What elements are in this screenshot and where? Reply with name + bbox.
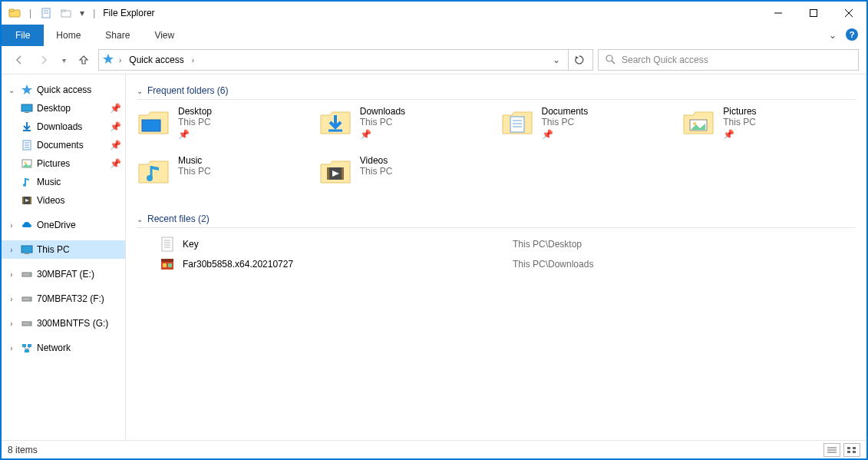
collapse-icon[interactable]: ⌄: [137, 215, 143, 223]
folder-location: This PC: [178, 117, 212, 127]
search-box[interactable]: [598, 49, 859, 71]
file-name: Key: [183, 239, 505, 250]
folder-location: This PC: [360, 117, 405, 127]
folder-item-desktop[interactable]: Desktop This PC 📌: [137, 106, 311, 147]
folder-item-pictures[interactable]: Pictures This PC 📌: [682, 106, 856, 147]
tree-label: 300MBNTFS (G:): [37, 318, 120, 329]
svg-rect-39: [28, 344, 31, 347]
separator: |: [29, 8, 31, 18]
folder-location: This PC: [178, 166, 211, 177]
status-bar: 8 items: [2, 440, 866, 458]
archive-file-icon: [160, 256, 175, 272]
address-dropdown-icon[interactable]: ⌄: [548, 55, 565, 65]
recent-dropdown-icon[interactable]: ▾: [58, 50, 69, 70]
tree-this-pc[interactable]: › This PC: [2, 240, 125, 259]
svg-rect-62: [161, 259, 173, 262]
folder-item-documents[interactable]: Documents This PC 📌: [500, 106, 675, 147]
tree-item-documents[interactable]: Documents 📌: [2, 136, 125, 154]
svg-point-35: [29, 299, 31, 300]
navigation-tree[interactable]: ⌄ Quick access Desktop 📌 Downloads 📌 Doc…: [2, 74, 126, 440]
svg-point-13: [606, 55, 612, 61]
expand-icon[interactable]: ›: [6, 221, 17, 230]
folder-pictures-icon: [682, 106, 715, 140]
view-large-icons-button[interactable]: [843, 443, 860, 457]
expand-icon[interactable]: ›: [6, 246, 17, 254]
ribbon: File Home Share View ⌄ ?: [2, 25, 866, 46]
folder-item-videos[interactable]: Videos This PC: [318, 155, 493, 197]
frequent-folders-header[interactable]: ⌄ Frequent folders (6): [137, 82, 856, 100]
tree-network[interactable]: › Network: [2, 339, 125, 357]
search-icon: [605, 54, 616, 67]
tree-item-downloads[interactable]: Downloads 📌: [2, 117, 125, 136]
maximize-button[interactable]: [796, 2, 831, 25]
titlebar: | ▾ | File Explorer: [2, 2, 866, 25]
folder-videos-icon: [318, 155, 352, 189]
desktop-icon: [20, 101, 34, 115]
file-name: Far30b5858.x64.20210727: [183, 259, 505, 270]
svg-point-25: [23, 184, 26, 187]
view-details-button[interactable]: [823, 443, 840, 457]
tree-item-desktop[interactable]: Desktop 📌: [2, 99, 125, 117]
tab-view[interactable]: View: [142, 25, 186, 46]
tree-item-videos[interactable]: Videos: [2, 191, 125, 210]
file-path: This PC\Desktop: [513, 239, 582, 250]
expand-icon[interactable]: ›: [6, 344, 17, 352]
pin-icon: 📌: [110, 121, 120, 132]
tree-onedrive[interactable]: › OneDrive: [2, 216, 125, 234]
tree-drive[interactable]: › 300MBNTFS (G:): [2, 314, 125, 333]
collapse-icon[interactable]: ⌄: [6, 86, 17, 94]
address-bar[interactable]: › Quick access › ⌄: [98, 49, 593, 71]
close-button[interactable]: [831, 2, 866, 25]
collapse-icon[interactable]: ⌄: [137, 87, 143, 95]
svg-rect-70: [847, 451, 850, 453]
svg-rect-69: [853, 447, 856, 449]
separator: |: [93, 8, 95, 18]
tree-drive[interactable]: › 70MBFAT32 (F:): [2, 290, 125, 308]
svg-rect-28: [30, 197, 31, 204]
expand-icon[interactable]: ›: [6, 319, 17, 328]
tree-quick-access[interactable]: ⌄ Quick access: [2, 81, 125, 99]
recent-file-item[interactable]: Far30b5858.x64.20210727 This PC\Download…: [137, 254, 856, 274]
tree-item-pictures[interactable]: Pictures 📌: [2, 154, 125, 173]
back-button[interactable]: [9, 50, 29, 70]
search-input[interactable]: [622, 55, 852, 65]
content-pane[interactable]: ⌄ Frequent folders (6) Desktop This PC 📌: [126, 74, 866, 440]
folder-item-music[interactable]: Music This PC: [137, 155, 311, 197]
chevron-right-icon[interactable]: ›: [117, 56, 123, 65]
folder-name: Documents: [542, 106, 589, 117]
quick-access-star-icon: [20, 83, 34, 97]
tab-home[interactable]: Home: [44, 25, 93, 46]
tab-share[interactable]: Share: [93, 25, 142, 46]
tree-item-music[interactable]: Music: [2, 173, 125, 191]
expand-icon[interactable]: ›: [6, 270, 17, 279]
expand-icon[interactable]: ›: [6, 295, 17, 303]
tree-drive[interactable]: › 30MBFAT (E:): [2, 265, 125, 283]
folder-name: Videos: [360, 155, 393, 166]
window-title: File Explorer: [103, 8, 154, 18]
ribbon-expand-icon[interactable]: ⌄: [823, 25, 842, 46]
recent-file-item[interactable]: Key This PC\Desktop: [137, 234, 856, 254]
folder-item-downloads[interactable]: Downloads This PC 📌: [318, 106, 493, 147]
qat-newfolder-icon[interactable]: [58, 5, 74, 22]
forward-button[interactable]: [34, 50, 54, 70]
qat-properties-icon[interactable]: [38, 5, 54, 22]
recent-files-header[interactable]: ⌄ Recent files (2): [137, 210, 856, 228]
help-button[interactable]: ?: [842, 25, 862, 45]
svg-point-50: [693, 122, 696, 125]
svg-rect-17: [25, 112, 29, 113]
up-button[interactable]: [74, 50, 94, 70]
file-tab[interactable]: File: [2, 25, 44, 46]
svg-rect-27: [22, 197, 24, 204]
minimize-button[interactable]: [761, 2, 796, 25]
svg-rect-40: [25, 349, 29, 352]
folder-downloads-icon: [318, 106, 352, 140]
this-pc-icon: [20, 243, 34, 256]
svg-point-33: [29, 274, 31, 276]
music-icon: [20, 175, 34, 189]
chevron-right-icon[interactable]: ›: [190, 56, 196, 65]
svg-rect-71: [853, 451, 856, 453]
qat-dropdown-icon[interactable]: ▾: [78, 5, 87, 22]
breadcrumb[interactable]: Quick access: [126, 55, 186, 65]
refresh-button[interactable]: [568, 49, 589, 71]
section-title: Recent files (2): [147, 213, 210, 224]
